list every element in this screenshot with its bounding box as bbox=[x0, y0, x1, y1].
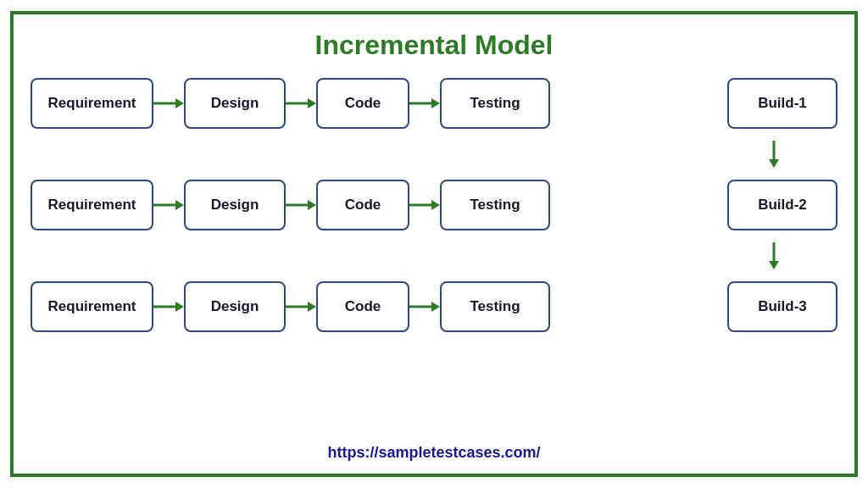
requirement-box-3: Requirement bbox=[31, 281, 153, 332]
arrow-down-1-wrapper bbox=[31, 141, 837, 168]
arrow-1-2 bbox=[286, 95, 316, 112]
footer-url[interactable]: https://sampletestcases.com/ bbox=[327, 444, 540, 462]
design-box-3: Design bbox=[184, 281, 286, 332]
arrow-down-2 bbox=[719, 242, 829, 269]
requirement-box-2: Requirement bbox=[31, 180, 153, 230]
page-title: Incremental Model bbox=[315, 30, 554, 61]
design-box-1: Design bbox=[184, 78, 286, 129]
requirement-box-1: Requirement bbox=[31, 78, 153, 129]
arrow-2-2 bbox=[286, 197, 316, 214]
build-box-2: Build-2 bbox=[727, 180, 837, 230]
arrow-2-1 bbox=[153, 197, 184, 214]
svg-marker-11 bbox=[308, 200, 316, 210]
arrow-3-3 bbox=[409, 298, 440, 315]
arrow-3-1 bbox=[153, 298, 184, 315]
arrow-3-2 bbox=[286, 298, 316, 315]
row-2: Requirement Design Code Testing Build-2 bbox=[31, 180, 837, 230]
code-box-2: Code bbox=[316, 180, 409, 230]
svg-marker-7 bbox=[769, 159, 779, 168]
arrow-1-3 bbox=[409, 95, 440, 112]
testing-box-3: Testing bbox=[440, 281, 550, 332]
svg-marker-17 bbox=[175, 302, 184, 312]
row-3: Requirement Design Code Testing Build-3 bbox=[31, 281, 837, 332]
svg-marker-19 bbox=[308, 302, 316, 312]
svg-marker-5 bbox=[431, 98, 440, 108]
build-box-3: Build-3 bbox=[727, 281, 837, 332]
testing-box-2: Testing bbox=[440, 180, 550, 230]
code-box-3: Code bbox=[316, 281, 409, 332]
svg-marker-15 bbox=[769, 261, 779, 269]
arrow-2-3 bbox=[409, 197, 440, 214]
build-box-1: Build-1 bbox=[727, 78, 837, 129]
main-container: Incremental Model Requirement Design Cod… bbox=[10, 11, 858, 477]
svg-marker-13 bbox=[431, 200, 440, 210]
svg-marker-21 bbox=[431, 302, 440, 312]
svg-marker-9 bbox=[175, 200, 184, 210]
svg-marker-1 bbox=[175, 98, 184, 108]
diagram-area: Requirement Design Code Testing Build-1 bbox=[31, 78, 837, 435]
testing-box-1: Testing bbox=[440, 78, 550, 129]
design-box-2: Design bbox=[184, 180, 286, 230]
svg-marker-3 bbox=[308, 98, 316, 108]
code-box-1: Code bbox=[316, 78, 409, 129]
arrow-down-1 bbox=[719, 141, 829, 168]
row-1: Requirement Design Code Testing Build-1 bbox=[31, 78, 837, 129]
arrow-down-2-wrapper bbox=[31, 242, 837, 269]
arrow-1-1 bbox=[153, 95, 184, 112]
